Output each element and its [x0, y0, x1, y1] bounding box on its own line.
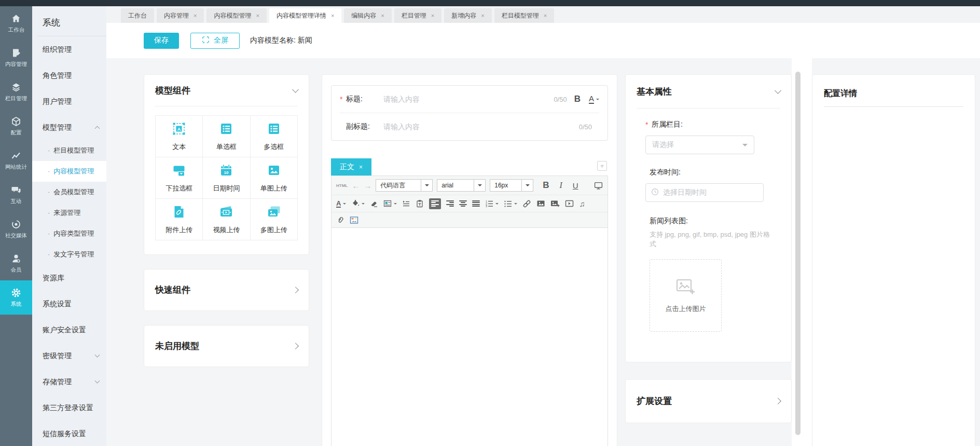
sidebar-subitem-doc-number[interactable]: ·发文字号管理 — [32, 244, 106, 265]
upload-image-button[interactable]: 点击上传图片 — [650, 259, 722, 332]
unordered-list-icon[interactable] — [504, 199, 517, 208]
bold-icon[interactable]: B — [574, 94, 581, 104]
sidebar-subitem-content-model[interactable]: ·内容模型管理 — [32, 161, 106, 182]
sidebar-item-org[interactable]: 组织管理 — [32, 36, 106, 62]
component-single-image[interactable]: 单图上传 — [251, 157, 298, 199]
html-source-button[interactable]: HTML — [336, 183, 348, 188]
sidebar-item-model[interactable]: 模型管理 — [32, 114, 106, 140]
align-right-icon[interactable] — [446, 200, 454, 207]
sidebar-item-sms[interactable]: 短信服务设置 — [32, 421, 106, 446]
media-layout-icon[interactable] — [383, 199, 397, 208]
vertical-scrollbar[interactable] — [795, 72, 800, 435]
rail-item-interact[interactable]: 互动 — [0, 178, 32, 212]
tab-workbench[interactable]: 工作台 — [121, 8, 154, 23]
tab-edit-content[interactable]: 编辑内容× — [344, 8, 391, 23]
component-video[interactable]: 视频上传 — [203, 199, 250, 240]
rail-item-system[interactable]: 系统 — [0, 280, 32, 315]
underline-icon[interactable]: U — [573, 181, 578, 190]
sidebar-subitem-member-model[interactable]: ·会员模型管理 — [32, 182, 106, 202]
redo-icon[interactable]: → — [364, 181, 371, 190]
category-select[interactable]: 请选择 — [645, 136, 754, 154]
add-tab-button[interactable]: + — [597, 161, 607, 171]
close-icon[interactable]: × — [359, 164, 363, 171]
sidebar-subitem-content-type[interactable]: ·内容类型管理 — [32, 223, 106, 244]
paste-icon[interactable] — [416, 199, 424, 208]
close-icon[interactable]: × — [481, 12, 484, 19]
font-color-icon[interactable]: A — [589, 94, 599, 104]
attachment-icon[interactable] — [336, 216, 344, 224]
tab-column-model-mgmt[interactable]: 栏目模型管理× — [494, 8, 554, 23]
sidebar-item-storage[interactable]: 存储管理 — [32, 369, 106, 395]
music-icon[interactable]: ♫ — [579, 199, 585, 208]
bold-icon[interactable]: B — [543, 180, 549, 191]
component-datetime[interactable]: 10 日期时间 — [203, 157, 250, 199]
image-placeholder-icon[interactable] — [350, 216, 358, 224]
rail-item-member[interactable]: 会员 — [0, 246, 32, 280]
video-icon[interactable] — [565, 199, 574, 208]
caret-down-icon — [596, 99, 599, 102]
sidebar-item-third-party-login[interactable]: 第三方登录设置 — [32, 395, 106, 421]
disabled-models-header[interactable]: 未启用模型 — [144, 326, 309, 367]
sidebar-item-system-settings[interactable]: 系统设置 — [32, 291, 106, 317]
rail-item-config[interactable]: 配置 — [0, 109, 32, 143]
close-icon[interactable]: × — [256, 12, 259, 19]
quick-components-header[interactable]: 快速组件 — [144, 269, 309, 310]
publish-time-input[interactable]: 选择日期时间 — [645, 183, 764, 202]
tab-body-text[interactable]: 正文 × — [331, 158, 371, 175]
tab-content-model-detail[interactable]: 内容模型管理详情× — [269, 8, 341, 23]
component-attachment[interactable]: 附件上传 — [156, 199, 203, 240]
align-justify-icon[interactable] — [472, 200, 480, 207]
component-select[interactable]: 下拉选框 — [156, 157, 203, 199]
sidebar-item-secrecy[interactable]: 密级管理 — [32, 343, 106, 369]
basic-properties-header[interactable]: 基本属性 — [626, 75, 791, 108]
close-icon[interactable]: × — [194, 12, 197, 19]
component-checkbox[interactable]: 多选框 — [251, 116, 298, 157]
sidebar-item-user[interactable]: 用户管理 — [32, 88, 106, 114]
font-color-icon[interactable]: A — [336, 200, 346, 208]
tab-content-model-mgmt[interactable]: 内容模型管理× — [206, 8, 266, 23]
rail-item-workbench[interactable]: 工作台 — [0, 6, 32, 40]
close-icon[interactable]: × — [331, 12, 334, 19]
background-color-icon[interactable] — [351, 199, 365, 208]
font-family-select[interactable]: arial — [437, 179, 486, 192]
tab-new-content[interactable]: 新增内容× — [444, 8, 491, 23]
indent-icon[interactable] — [402, 199, 410, 208]
close-icon[interactable]: × — [544, 12, 547, 19]
close-icon[interactable]: × — [431, 12, 434, 19]
sidebar-item-account-security[interactable]: 账户安全设置 — [32, 317, 106, 343]
ordered-list-icon[interactable]: 123 — [485, 199, 499, 208]
sidebar-item-resources[interactable]: 资源库 — [32, 265, 106, 291]
image-icon[interactable] — [536, 199, 545, 208]
rail-item-content[interactable]: 内容管理 — [0, 40, 32, 75]
component-text[interactable]: A 文本 — [156, 116, 203, 157]
rail-item-columns[interactable]: 栏目管理 — [0, 75, 32, 109]
preview-monitor-icon[interactable] — [594, 181, 603, 190]
rail-item-stats[interactable]: 网站统计 — [0, 143, 32, 178]
link-icon[interactable] — [522, 199, 531, 208]
model-components-header[interactable]: 模型组件 — [144, 75, 309, 106]
main-area: 工作台 内容管理× 内容模型管理× 内容模型管理详情× 编辑内容× 栏目管理× … — [106, 6, 980, 446]
extension-settings-header[interactable]: 扩展设置 — [626, 380, 791, 423]
close-icon[interactable]: × — [381, 12, 384, 19]
code-language-select[interactable]: 代码语言 — [376, 179, 433, 192]
editor-canvas[interactable] — [331, 228, 608, 446]
eraser-icon[interactable] — [370, 199, 378, 208]
sidebar-item-role[interactable]: 角色管理 — [32, 62, 106, 88]
undo-icon[interactable]: ← — [352, 181, 360, 190]
fullscreen-button[interactable]: 全屏 — [190, 33, 240, 49]
rail-item-social[interactable]: 社交媒体 — [0, 212, 32, 246]
image-add-icon[interactable] — [550, 199, 560, 208]
component-multi-image[interactable]: 多图上传 — [251, 199, 298, 240]
sidebar-subitem-source[interactable]: ·来源管理 — [32, 202, 106, 223]
font-size-select[interactable]: 16px — [490, 179, 533, 192]
subtitle-input[interactable] — [383, 123, 575, 131]
save-button[interactable]: 保存 — [144, 33, 179, 49]
title-input[interactable] — [383, 95, 549, 103]
align-center-icon[interactable] — [459, 200, 467, 207]
component-radio[interactable]: 单选框 — [203, 116, 250, 157]
sidebar-subitem-column-model[interactable]: ·栏目模型管理 — [32, 140, 106, 161]
align-left-icon[interactable] — [429, 198, 441, 209]
tab-column-mgmt[interactable]: 栏目管理× — [394, 8, 441, 23]
tab-content-mgmt[interactable]: 内容管理× — [157, 8, 204, 23]
italic-icon[interactable]: I — [560, 181, 562, 190]
